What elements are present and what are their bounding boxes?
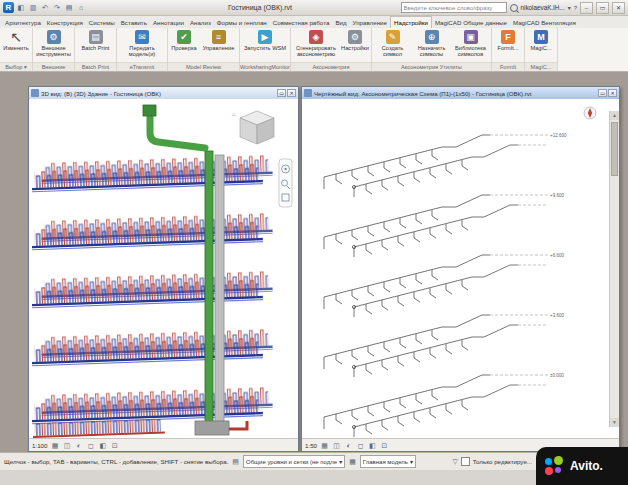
- shadows-icon[interactable]: ◻: [86, 441, 95, 450]
- redo-icon[interactable]: ↷: [52, 3, 62, 13]
- external-tools-button[interactable]: ⚙ Внешние инструменты: [35, 29, 72, 57]
- symbol-library-button[interactable]: ▣ Библиотека символов: [452, 29, 489, 57]
- sun-path-icon[interactable]: ◐: [344, 441, 353, 450]
- generate-axonometry-label: Сгенерировать аксонометрию: [293, 45, 339, 57]
- tab-insert[interactable]: Вставить: [118, 17, 150, 28]
- print-icon[interactable]: ▤: [64, 3, 74, 13]
- revit-logo-icon[interactable]: R: [3, 2, 14, 13]
- modify-button[interactable]: ↖ Изменить: [2, 29, 30, 51]
- formit-button[interactable]: F FormIt...: [494, 29, 522, 51]
- check-icon: ✔: [177, 30, 191, 44]
- scroll-up-arrow[interactable]: ▲: [610, 111, 619, 120]
- etransmit-button[interactable]: ✉ Передать модель(и): [119, 29, 165, 57]
- window-close-button[interactable]: ✕: [612, 2, 625, 14]
- tab-analyze[interactable]: Анализ: [187, 17, 214, 28]
- axon-restore-button[interactable]: ▭: [598, 89, 607, 97]
- editable-only-checkbox[interactable]: [461, 457, 470, 466]
- tab-view[interactable]: Вид: [332, 17, 349, 28]
- ribbon-group-model-review: ✔ Проверка ≡ Управление Model Review: [168, 28, 240, 71]
- view3d-restore-button[interactable]: ▭: [277, 89, 286, 97]
- crop-view-icon[interactable]: ◧: [368, 441, 377, 450]
- formit-icon: F: [501, 30, 515, 44]
- tab-massing-site[interactable]: Формы и генплан: [214, 17, 270, 28]
- tab-systems[interactable]: Системы: [86, 17, 118, 28]
- axonometry-settings-button[interactable]: ⚙ Настройки: [341, 29, 369, 51]
- window-minimize-button[interactable]: –: [580, 2, 593, 14]
- pencil-icon: ✎: [386, 30, 400, 44]
- level-annotation: +6.600: [550, 253, 564, 258]
- tab-magicad-common[interactable]: MagiCAD Общие данные: [432, 17, 510, 28]
- transmit-model-icon: ✉: [135, 30, 149, 44]
- tab-magicad-ventilation[interactable]: MagiCAD Вентиляция: [510, 17, 579, 28]
- level-annotation: +12.600: [550, 133, 567, 138]
- search-input[interactable]: [401, 2, 507, 13]
- revit-app-window: R ◧ ▥ ↶ ↷ ▤ ⌂ Гостиница (ОВК).rvt nikola…: [0, 0, 628, 485]
- play-monitor-icon: ▶: [258, 30, 272, 44]
- help-icon[interactable]: ?: [574, 5, 577, 11]
- view-3d-scale[interactable]: 1:100: [32, 442, 47, 449]
- modify-button-label: Изменить: [3, 45, 29, 51]
- tab-architecture[interactable]: Архитектура: [2, 17, 44, 28]
- scroll-down-arrow[interactable]: ▼: [610, 418, 619, 427]
- modify-arrow-icon: ↖: [9, 30, 23, 44]
- reveal-hidden-icon[interactable]: ⊡: [380, 441, 389, 450]
- view-window-axonometry[interactable]: Чертёжный вид: Аксонометрическая Схема (…: [301, 86, 620, 452]
- visual-style-icon[interactable]: ◫: [332, 441, 341, 450]
- axonometry-drawing: +12.600 +9.600 +6.600 +3.600 ±0.000: [302, 99, 610, 439]
- vertical-scrollbar[interactable]: ▲ ▼: [609, 111, 619, 427]
- filter-icon[interactable]: ▽: [452, 458, 457, 466]
- tab-addins[interactable]: Надстройки: [390, 16, 432, 28]
- scrollbar-thumb[interactable]: [611, 122, 618, 176]
- window-restore-button[interactable]: ▭: [596, 2, 609, 14]
- group-label-select[interactable]: Выбор ▾: [0, 62, 32, 71]
- tab-collaborate[interactable]: Совместная работа: [270, 17, 333, 28]
- check-label: Проверка: [171, 45, 196, 51]
- check-button[interactable]: ✔ Проверка: [170, 29, 198, 51]
- shadows-icon[interactable]: ◻: [356, 441, 365, 450]
- axonometry-canvas[interactable]: +12.600 +9.600 +6.600 +3.600 ±0.000 ▲ ▼: [302, 99, 619, 439]
- detail-level-icon[interactable]: ▦: [50, 441, 59, 450]
- design-option-value: Главная модель: [363, 459, 408, 465]
- save-icon[interactable]: ▥: [28, 3, 38, 13]
- sun-path-icon[interactable]: ◐: [74, 441, 83, 450]
- view3d-close-button[interactable]: ✕: [287, 89, 296, 97]
- group-label-batch-print: Batch Print: [75, 62, 116, 71]
- tab-manage[interactable]: Управление: [350, 17, 390, 28]
- home-icon[interactable]: ⌂: [76, 3, 86, 13]
- assign-plus-icon: ⊕: [425, 30, 439, 44]
- view-window-axonometry-title: Чертёжный вид: Аксонометрическая Схема (…: [314, 90, 532, 97]
- axonometry-scale[interactable]: 1:50: [305, 442, 317, 449]
- user-caret-icon[interactable]: ▾: [568, 4, 571, 11]
- user-account-label[interactable]: nikolaevaK.IH...: [521, 4, 565, 11]
- crop-view-icon[interactable]: ◧: [98, 441, 107, 450]
- active-workset-select[interactable]: Общие уровни и сетки (не подле ▾: [243, 455, 345, 468]
- magicad-button[interactable]: M MagiC...: [527, 29, 555, 51]
- create-symbol-button[interactable]: ✎ Создать символ: [374, 29, 411, 57]
- navigation-bar-icon: [279, 159, 292, 207]
- view-window-3d[interactable]: 3D вид: (В) {3D} Здание - Гостиница (ОВК…: [28, 86, 299, 452]
- open-icon[interactable]: ◧: [16, 3, 26, 13]
- visual-style-icon[interactable]: ◫: [62, 441, 71, 450]
- manage-reviews-button[interactable]: ≡ Управление: [200, 29, 237, 51]
- tab-structure[interactable]: Конструкция: [44, 17, 86, 28]
- axon-close-button[interactable]: ✕: [608, 89, 617, 97]
- ribbon-group-etransmit: ✉ Передать модель(и) eTransmit: [117, 28, 168, 71]
- drafting-view-icon: [304, 89, 312, 97]
- generate-axonometry-button[interactable]: ◈ Сгенерировать аксонометрию: [293, 29, 339, 57]
- start-wsm-button[interactable]: ▶ Запустить WSM: [242, 29, 288, 51]
- assign-symbols-button[interactable]: ⊕ Назначить символы: [413, 29, 450, 57]
- library-book-icon: ▣: [464, 30, 478, 44]
- avito-watermark-text: Avito.: [570, 459, 603, 473]
- editable-only-label: Только редактируе...: [473, 458, 532, 465]
- ribbon-group-axonometry-utilities: ✎ Создать символ ⊕ Назначить символы ▣ Б…: [372, 28, 492, 71]
- tab-annotate[interactable]: Аннотации: [150, 17, 187, 28]
- search-icon[interactable]: [510, 4, 518, 12]
- reveal-hidden-icon[interactable]: ⊡: [110, 441, 119, 450]
- design-option-select[interactable]: Главная модель ▾: [360, 455, 416, 468]
- batch-print-button[interactable]: ▤ Batch Print: [77, 29, 114, 51]
- external-tools-label: Внешние инструменты: [35, 45, 72, 57]
- design-option-icon: ▦: [349, 458, 356, 466]
- detail-level-icon[interactable]: ▦: [320, 441, 329, 450]
- undo-icon[interactable]: ↶: [40, 3, 50, 13]
- view-3d-canvas[interactable]: ⌂: [29, 99, 298, 439]
